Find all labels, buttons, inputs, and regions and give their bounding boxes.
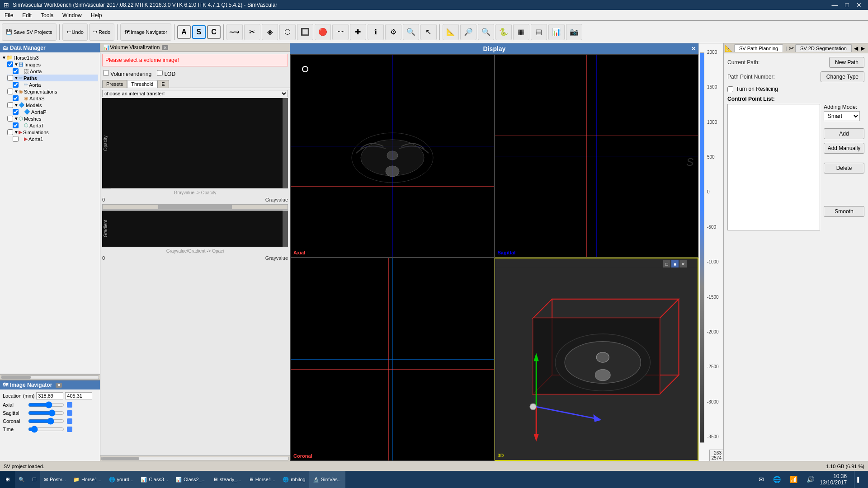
tab-sv-2d-seg[interactable]: SV 2D Segmentation: [795, 44, 852, 52]
tool-mesh-icon[interactable]: ⬡: [279, 24, 296, 40]
tree-item-paths[interactable]: ▼ ✏ Paths: [7, 75, 98, 81]
smooth-button[interactable]: Smooth: [824, 206, 864, 217]
x-input[interactable]: [36, 392, 63, 399]
volumerendering-checkbox[interactable]: Volumerendering: [103, 70, 151, 77]
tool-zoomin-icon[interactable]: 🔎: [460, 24, 476, 40]
tab-threshold[interactable]: Threshold: [127, 80, 157, 88]
tool-zoomout-icon[interactable]: 🔍: [478, 24, 494, 40]
taskbar-explorer[interactable]: 📁 Horse1...: [70, 471, 105, 488]
tool-red-icon[interactable]: 🔴: [315, 24, 331, 40]
time-slider[interactable]: [28, 426, 64, 433]
mode-c-button[interactable]: C: [207, 25, 221, 39]
taskbar-pptx2[interactable]: 📊 Class2_...: [172, 471, 209, 488]
coronal-view[interactable]: Coronal: [290, 258, 495, 461]
tool-path-icon[interactable]: ⟿: [226, 24, 243, 40]
image-nav-close[interactable]: ✕: [56, 383, 62, 388]
menu-edit[interactable]: Edit: [18, 11, 36, 19]
tool-wave-icon[interactable]: 〰: [332, 24, 349, 40]
transfer-function-select[interactable]: choose an internal transferf: [102, 90, 288, 97]
vol-viz-close-icon[interactable]: ✕: [162, 45, 168, 50]
tab-sv-path[interactable]: SV Path Planning: [734, 44, 783, 52]
taskbar-horse1[interactable]: 🖥 Horse1...: [245, 471, 279, 488]
show-desktop-button[interactable]: ▌: [854, 471, 864, 488]
tray-volume[interactable]: 🔊: [803, 471, 818, 488]
coronal-slider[interactable]: [28, 418, 64, 425]
tree-item-aorta-path[interactable]: ✏ Aorta: [13, 81, 98, 88]
redo-button[interactable]: ↪ Redo: [89, 23, 114, 41]
adding-mode-select[interactable]: Smart Manual: [824, 111, 860, 121]
tray-network[interactable]: 📶: [786, 471, 801, 488]
tab-e[interactable]: E: [157, 80, 169, 88]
undo-button[interactable]: ↩ Undo: [62, 23, 88, 41]
start-button[interactable]: ⊞: [0, 471, 15, 488]
3d-btn-2[interactable]: ■: [671, 260, 679, 267]
axial-view[interactable]: Axial: [290, 54, 495, 258]
tool-contour-icon[interactable]: ◈: [262, 24, 278, 40]
tab-presets[interactable]: Presets: [102, 80, 127, 88]
add-button[interactable]: Add: [824, 128, 864, 139]
tool-camera-icon[interactable]: 📷: [566, 24, 582, 40]
lod-checkbox[interactable]: LOD: [157, 70, 175, 77]
taskbar-mbilog[interactable]: 🌐 mbilog: [279, 471, 309, 488]
sagittal-slider[interactable]: [28, 409, 64, 417]
taskview-button[interactable]: ☐: [28, 471, 40, 488]
grayvalue-scrollbar[interactable]: [102, 204, 288, 210]
tree-item-aortas[interactable]: ◉ AortaS: [13, 95, 98, 102]
taskbar-pptx1[interactable]: 📊 Class3...: [137, 471, 172, 488]
opacity-slider-handle[interactable]: [283, 98, 288, 188]
tree-item-aortap[interactable]: 🔷 AortaP: [13, 108, 98, 115]
tool-grid-icon[interactable]: ▦: [513, 24, 529, 40]
reslicing-checkbox[interactable]: [727, 86, 733, 92]
tray-outlook[interactable]: ✉: [755, 471, 768, 488]
mode-a-button[interactable]: A: [177, 25, 191, 39]
tool-zoom-icon[interactable]: 🔍: [403, 24, 419, 40]
3d-btn-1[interactable]: □: [663, 260, 670, 267]
search-button[interactable]: 🔍: [15, 471, 28, 488]
delete-button[interactable]: Delete: [824, 163, 864, 174]
tray-browser[interactable]: 🌐: [769, 471, 784, 488]
taskbar-outlook[interactable]: ✉ Postv...: [40, 471, 70, 488]
maximize-button[interactable]: □: [843, 1, 852, 9]
sagittal-view[interactable]: Sagittal S: [495, 54, 699, 258]
taskbar-simvas[interactable]: 🔬 SimVas...: [309, 471, 345, 488]
tool-volume-icon[interactable]: 🔲: [297, 24, 313, 40]
y-input[interactable]: [65, 392, 92, 399]
3d-close[interactable]: ✕: [679, 260, 687, 267]
tree-item-meshes[interactable]: ▼ ⬡ Meshes: [7, 115, 98, 122]
3d-view[interactable]: □ ■ ✕: [495, 258, 699, 461]
tree-item-aorta-image[interactable]: 🖼 Aorta: [13, 68, 98, 75]
tree-root[interactable]: ▼ 📁 Horse1bis3: [2, 54, 98, 61]
tool-chart-icon[interactable]: 📊: [548, 24, 565, 40]
new-path-button[interactable]: New Path: [829, 57, 864, 68]
tree-item-segmentations[interactable]: ▼ ◉ Segmentations: [7, 88, 98, 95]
menu-window[interactable]: Window: [58, 11, 86, 19]
close-button[interactable]: ✕: [854, 1, 864, 9]
tool-info-icon[interactable]: ℹ: [368, 24, 384, 40]
add-manually-button[interactable]: Add Manually: [824, 143, 864, 154]
minimize-button[interactable]: —: [829, 1, 841, 9]
tool-settings-icon[interactable]: ⚙: [385, 24, 401, 40]
tab-arrow-left[interactable]: ◀: [853, 45, 859, 52]
mode-s-button[interactable]: S: [192, 25, 206, 39]
display-close-icon[interactable]: ✕: [691, 46, 696, 52]
axial-slider[interactable]: [28, 401, 64, 408]
tree-item-aortat[interactable]: ⬡ AortaT: [13, 122, 98, 129]
taskbar-steady[interactable]: 🖥 steady_...: [209, 471, 245, 488]
menu-help[interactable]: Help: [86, 11, 107, 19]
tool-cross-icon[interactable]: ✚: [350, 24, 366, 40]
menu-file[interactable]: File: [0, 11, 18, 19]
tree-item-models[interactable]: ▼ 🔷 Models: [7, 102, 98, 108]
tree-item-images[interactable]: ▼ 🖼 Images: [7, 61, 98, 68]
tool-python-icon[interactable]: 🐍: [495, 24, 512, 40]
tab-arrow-right[interactable]: ▶: [859, 45, 866, 52]
tree-item-aorta1[interactable]: ▶ Aorta1: [13, 136, 98, 142]
gradient-slider-handle[interactable]: [283, 211, 288, 247]
menu-tools[interactable]: Tools: [36, 11, 58, 19]
tree-item-simulations[interactable]: ▼ ▶ Simulations: [7, 129, 98, 136]
tool-grid2-icon[interactable]: ▤: [531, 24, 547, 40]
change-type-button[interactable]: Change Type: [821, 71, 864, 82]
tool-pointer-icon[interactable]: ↖: [420, 24, 437, 40]
taskbar-chrome[interactable]: 🌐 yourd...: [105, 471, 137, 488]
tool-seg-icon[interactable]: ✂: [244, 24, 260, 40]
image-navigator-button[interactable]: 🗺 Image Navigator: [120, 23, 171, 41]
